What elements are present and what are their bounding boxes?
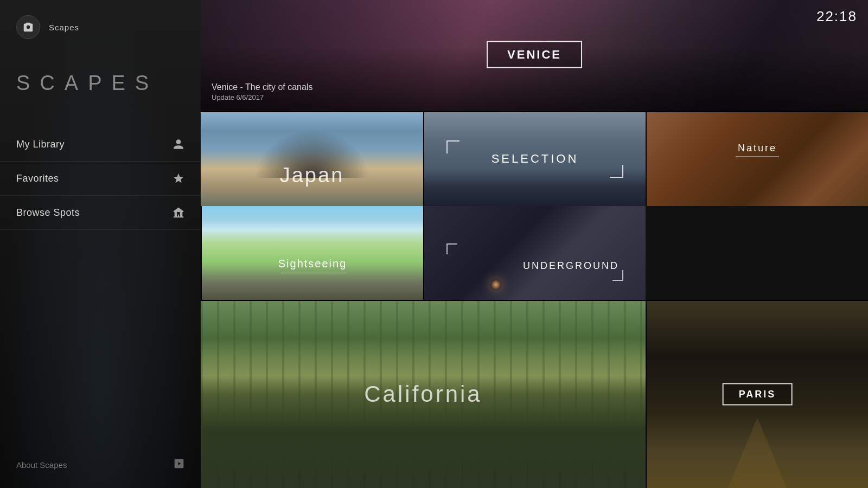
sidebar-item-my-library[interactable]: My Library (0, 127, 201, 162)
japan-label: Japan (280, 164, 344, 187)
time-display: 22:18 (816, 8, 857, 25)
selection-label: SELECTION (492, 152, 579, 166)
play-icon (174, 458, 184, 472)
venice-badge[interactable]: VENICE (487, 41, 582, 68)
hero-info: Venice - The city of canals Update 6/6/2… (212, 82, 312, 101)
underground-tile[interactable]: UNDERGROUND (423, 206, 646, 300)
california-tile[interactable]: California (201, 301, 646, 489)
sidebar-item-label-my-library: My Library (16, 139, 65, 150)
bottom-row: California PARIS (201, 300, 868, 489)
underground-label-wrap: UNDERGROUND (523, 260, 619, 272)
middle-row: Japan SELECTION Nature Sightseeing (201, 111, 868, 300)
nature-label: Nature (738, 143, 777, 154)
nature-label-wrap: Nature (736, 143, 779, 157)
sidebar-item-label-favorites: Favorites (16, 173, 59, 184)
sightseeing-tile-bg (202, 206, 423, 300)
hero-title: Venice - The city of canals (212, 82, 312, 92)
sidebar-nav: My Library Favorites Browse Spots (0, 127, 201, 447)
corner-br-underground-icon (612, 270, 623, 281)
app-name-label: Scapes (49, 23, 79, 32)
california-label: California (364, 381, 482, 407)
nature-tile-bg (647, 112, 868, 206)
paris-tile[interactable]: PARIS (646, 301, 868, 489)
corner-tl-underground-icon (446, 243, 457, 254)
sightseeing-underline (281, 273, 346, 273)
hero-update: Update 6/6/2017 (212, 93, 312, 101)
sightseeing-label-wrap: Sightseeing (278, 258, 347, 273)
camera-icon (22, 21, 34, 33)
corner-tl-icon (446, 140, 459, 153)
nature-underline (736, 157, 779, 157)
sidebar-footer[interactable]: About Scapes (0, 447, 201, 488)
selection-tile[interactable]: SELECTION (423, 112, 646, 206)
sidebar-header: Scapes (0, 0, 201, 50)
sidebar-item-label-browse-spots: Browse Spots (16, 207, 80, 219)
nature-tile[interactable]: Nature (646, 112, 868, 206)
underground-tile-bg (424, 206, 646, 300)
japan-tile-bg (201, 112, 423, 206)
sightseeing-tile[interactable]: Sightseeing (201, 206, 423, 300)
corner-br-icon (610, 165, 623, 178)
museum-icon (173, 207, 184, 219)
japan-tile[interactable]: Japan (201, 112, 423, 206)
sidebar-logo: SCAPES (0, 50, 201, 127)
hero-panel[interactable]: 22:18 VENICE Venice - The city of canals… (201, 0, 868, 111)
about-label: About Scapes (16, 460, 67, 470)
sidebar: Scapes SCAPES My Library Favorites (0, 0, 201, 488)
sidebar-item-browse-spots[interactable]: Browse Spots (0, 196, 201, 230)
main-content: 22:18 VENICE Venice - The city of canals… (201, 0, 868, 488)
underground-label: UNDERGROUND (523, 260, 619, 272)
sidebar-item-favorites[interactable]: Favorites (0, 162, 201, 196)
person-icon (173, 138, 184, 150)
star-icon (173, 172, 184, 184)
sightseeing-label: Sightseeing (278, 258, 347, 270)
paris-badge: PARIS (723, 383, 793, 406)
app-icon (16, 15, 40, 39)
